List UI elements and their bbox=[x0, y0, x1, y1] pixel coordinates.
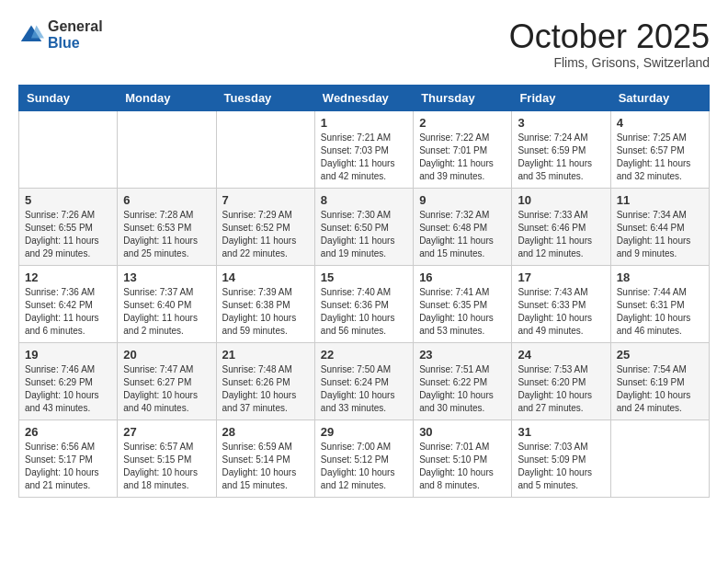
day-number: 4 bbox=[617, 116, 703, 130]
calendar-cell: 1Sunrise: 7:21 AM Sunset: 7:03 PM Daylig… bbox=[314, 110, 413, 188]
day-number: 17 bbox=[518, 270, 604, 284]
day-info: Sunrise: 7:47 AM Sunset: 6:27 PM Dayligh… bbox=[123, 363, 210, 415]
day-info: Sunrise: 7:39 AM Sunset: 6:38 PM Dayligh… bbox=[222, 286, 309, 338]
day-info: Sunrise: 7:40 AM Sunset: 6:36 PM Dayligh… bbox=[321, 286, 407, 338]
weekday-header: Monday bbox=[118, 85, 216, 110]
calendar-cell: 12Sunrise: 7:36 AM Sunset: 6:42 PM Dayli… bbox=[19, 265, 118, 342]
calendar-cell: 11Sunrise: 7:34 AM Sunset: 6:44 PM Dayli… bbox=[610, 188, 709, 265]
calendar-cell: 25Sunrise: 7:54 AM Sunset: 6:19 PM Dayli… bbox=[610, 342, 709, 419]
day-info: Sunrise: 7:24 AM Sunset: 6:59 PM Dayligh… bbox=[518, 132, 604, 183]
day-info: Sunrise: 7:26 AM Sunset: 6:55 PM Dayligh… bbox=[25, 209, 111, 260]
weekday-header: Thursday bbox=[414, 85, 512, 110]
day-number: 12 bbox=[25, 270, 111, 284]
calendar-cell: 23Sunrise: 7:51 AM Sunset: 6:22 PM Dayli… bbox=[414, 342, 512, 419]
calendar-cell: 21Sunrise: 7:48 AM Sunset: 6:26 PM Dayli… bbox=[216, 342, 314, 419]
calendar-cell: 15Sunrise: 7:40 AM Sunset: 6:36 PM Dayli… bbox=[314, 265, 413, 342]
day-number: 15 bbox=[321, 270, 407, 284]
day-number: 18 bbox=[617, 270, 703, 284]
day-info: Sunrise: 7:29 AM Sunset: 6:52 PM Dayligh… bbox=[222, 209, 309, 260]
logo-text: General Blue bbox=[48, 18, 103, 51]
day-info: Sunrise: 7:48 AM Sunset: 6:26 PM Dayligh… bbox=[222, 363, 309, 415]
day-number: 1 bbox=[321, 116, 407, 130]
calendar-cell: 5Sunrise: 7:26 AM Sunset: 6:55 PM Daylig… bbox=[19, 188, 118, 265]
day-number: 5 bbox=[25, 193, 111, 207]
calendar-cell: 16Sunrise: 7:41 AM Sunset: 6:35 PM Dayli… bbox=[414, 265, 512, 342]
calendar-cell: 6Sunrise: 7:28 AM Sunset: 6:53 PM Daylig… bbox=[118, 188, 216, 265]
day-info: Sunrise: 7:36 AM Sunset: 6:42 PM Dayligh… bbox=[25, 286, 111, 338]
calendar-row: 19Sunrise: 7:46 AM Sunset: 6:29 PM Dayli… bbox=[19, 342, 710, 419]
day-number: 28 bbox=[222, 425, 309, 439]
day-info: Sunrise: 7:32 AM Sunset: 6:48 PM Dayligh… bbox=[419, 209, 506, 260]
calendar-cell bbox=[610, 419, 709, 497]
weekday-header: Sunday bbox=[19, 85, 118, 110]
day-number: 24 bbox=[518, 348, 604, 362]
day-number: 6 bbox=[123, 193, 210, 207]
weekday-header: Friday bbox=[512, 85, 610, 110]
calendar-cell: 2Sunrise: 7:22 AM Sunset: 7:01 PM Daylig… bbox=[414, 110, 512, 188]
day-number: 10 bbox=[518, 193, 604, 207]
day-info: Sunrise: 7:33 AM Sunset: 6:46 PM Dayligh… bbox=[518, 209, 604, 260]
day-number: 21 bbox=[222, 348, 309, 362]
calendar-cell: 31Sunrise: 7:03 AM Sunset: 5:09 PM Dayli… bbox=[512, 419, 610, 497]
calendar-row: 26Sunrise: 6:56 AM Sunset: 5:17 PM Dayli… bbox=[19, 419, 710, 497]
day-number: 16 bbox=[419, 270, 506, 284]
day-number: 9 bbox=[419, 193, 506, 207]
day-number: 22 bbox=[321, 348, 407, 362]
day-number: 23 bbox=[419, 348, 506, 362]
day-number: 20 bbox=[123, 348, 210, 362]
weekday-header: Saturday bbox=[610, 85, 709, 110]
day-info: Sunrise: 6:57 AM Sunset: 5:15 PM Dayligh… bbox=[123, 441, 210, 492]
day-info: Sunrise: 7:46 AM Sunset: 6:29 PM Dayligh… bbox=[25, 363, 111, 415]
day-number: 31 bbox=[518, 425, 604, 439]
calendar-cell: 24Sunrise: 7:53 AM Sunset: 6:20 PM Dayli… bbox=[512, 342, 610, 419]
day-info: Sunrise: 7:51 AM Sunset: 6:22 PM Dayligh… bbox=[419, 363, 506, 415]
calendar-cell: 10Sunrise: 7:33 AM Sunset: 6:46 PM Dayli… bbox=[512, 188, 610, 265]
day-info: Sunrise: 7:25 AM Sunset: 6:57 PM Dayligh… bbox=[617, 132, 703, 183]
calendar-table: SundayMondayTuesdayWednesdayThursdayFrid… bbox=[18, 85, 710, 498]
day-info: Sunrise: 7:43 AM Sunset: 6:33 PM Dayligh… bbox=[518, 286, 604, 338]
logo-general: General bbox=[48, 18, 103, 34]
calendar-cell: 8Sunrise: 7:30 AM Sunset: 6:50 PM Daylig… bbox=[314, 188, 413, 265]
calendar-row: 12Sunrise: 7:36 AM Sunset: 6:42 PM Dayli… bbox=[19, 265, 710, 342]
day-info: Sunrise: 7:28 AM Sunset: 6:53 PM Dayligh… bbox=[123, 209, 210, 260]
day-number: 27 bbox=[123, 425, 210, 439]
calendar-header-row: SundayMondayTuesdayWednesdayThursdayFrid… bbox=[19, 85, 710, 110]
logo-blue: Blue bbox=[48, 35, 80, 51]
calendar-cell: 30Sunrise: 7:01 AM Sunset: 5:10 PM Dayli… bbox=[414, 419, 512, 497]
calendar-cell: 13Sunrise: 7:37 AM Sunset: 6:40 PM Dayli… bbox=[118, 265, 216, 342]
day-info: Sunrise: 7:01 AM Sunset: 5:10 PM Dayligh… bbox=[419, 441, 506, 492]
page-header: General Blue October 2025 Flims, Grisons… bbox=[18, 18, 710, 70]
calendar-cell: 20Sunrise: 7:47 AM Sunset: 6:27 PM Dayli… bbox=[118, 342, 216, 419]
calendar-cell: 29Sunrise: 7:00 AM Sunset: 5:12 PM Dayli… bbox=[314, 419, 413, 497]
day-info: Sunrise: 7:41 AM Sunset: 6:35 PM Dayligh… bbox=[419, 286, 506, 338]
logo: General Blue bbox=[18, 18, 103, 51]
weekday-header: Wednesday bbox=[314, 85, 413, 110]
month-title: October 2025 bbox=[509, 18, 710, 55]
day-info: Sunrise: 7:37 AM Sunset: 6:40 PM Dayligh… bbox=[123, 286, 210, 338]
day-number: 19 bbox=[25, 348, 111, 362]
calendar-cell: 17Sunrise: 7:43 AM Sunset: 6:33 PM Dayli… bbox=[512, 265, 610, 342]
day-number: 13 bbox=[123, 270, 210, 284]
calendar-cell: 28Sunrise: 6:59 AM Sunset: 5:14 PM Dayli… bbox=[216, 419, 314, 497]
calendar-row: 5Sunrise: 7:26 AM Sunset: 6:55 PM Daylig… bbox=[19, 188, 710, 265]
day-info: Sunrise: 7:30 AM Sunset: 6:50 PM Dayligh… bbox=[321, 209, 407, 260]
day-number: 25 bbox=[617, 348, 703, 362]
calendar-cell: 19Sunrise: 7:46 AM Sunset: 6:29 PM Dayli… bbox=[19, 342, 118, 419]
day-info: Sunrise: 7:54 AM Sunset: 6:19 PM Dayligh… bbox=[617, 363, 703, 415]
day-info: Sunrise: 7:03 AM Sunset: 5:09 PM Dayligh… bbox=[518, 441, 604, 492]
day-info: Sunrise: 7:22 AM Sunset: 7:01 PM Dayligh… bbox=[419, 132, 506, 183]
calendar-cell: 3Sunrise: 7:24 AM Sunset: 6:59 PM Daylig… bbox=[512, 110, 610, 188]
calendar-cell bbox=[216, 110, 314, 188]
location-subtitle: Flims, Grisons, Switzerland bbox=[509, 55, 710, 70]
day-number: 26 bbox=[25, 425, 111, 439]
calendar-cell: 22Sunrise: 7:50 AM Sunset: 6:24 PM Dayli… bbox=[314, 342, 413, 419]
calendar-cell: 4Sunrise: 7:25 AM Sunset: 6:57 PM Daylig… bbox=[610, 110, 709, 188]
calendar-cell: 18Sunrise: 7:44 AM Sunset: 6:31 PM Dayli… bbox=[610, 265, 709, 342]
day-info: Sunrise: 7:21 AM Sunset: 7:03 PM Dayligh… bbox=[321, 132, 407, 183]
day-info: Sunrise: 6:56 AM Sunset: 5:17 PM Dayligh… bbox=[25, 441, 111, 492]
day-info: Sunrise: 7:34 AM Sunset: 6:44 PM Dayligh… bbox=[617, 209, 703, 260]
day-number: 14 bbox=[222, 270, 309, 284]
calendar-cell: 27Sunrise: 6:57 AM Sunset: 5:15 PM Dayli… bbox=[118, 419, 216, 497]
calendar-cell bbox=[118, 110, 216, 188]
calendar-cell: 9Sunrise: 7:32 AM Sunset: 6:48 PM Daylig… bbox=[414, 188, 512, 265]
